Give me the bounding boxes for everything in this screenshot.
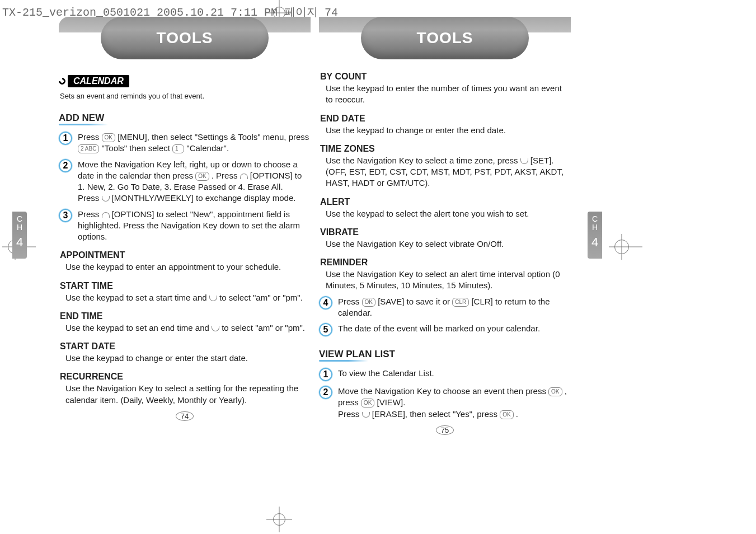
calendar-subtext: Sets an event and reminds you of that ev…: [60, 92, 311, 100]
ok-key-icon: OK: [548, 387, 562, 396]
one-key-icon: 1: [172, 144, 184, 153]
manual-page-74: TOOLS CALENDAR Sets an event and reminds…: [59, 17, 311, 421]
heading-appointment: APPOINTMENT: [60, 250, 311, 260]
heading-by-count: BY COUNT: [320, 72, 571, 82]
chapter-ribbon-right: CH 4: [588, 212, 602, 259]
calendar-heading: CALENDAR: [59, 75, 129, 87]
heading-end-date: END DATE: [320, 114, 571, 124]
page-number-74: 74: [59, 411, 311, 421]
left-softkey-icon: [212, 326, 219, 331]
left-softkey-icon: [520, 158, 528, 164]
step-1: 1 Press OK [MENU], then select "Settings…: [59, 132, 311, 154]
body-reminder: Use the Navigation Key to select an aler…: [326, 269, 569, 292]
heading-recurrence: RECURRENCE: [60, 372, 311, 382]
two-key-icon: 2 ABC: [78, 144, 99, 153]
body-recurrence: Use the Navigation Key to select a setti…: [65, 383, 308, 406]
step-2: 2 Move the Navigation Key left, right, u…: [59, 159, 311, 204]
left-softkey-icon: [102, 196, 110, 202]
body-vibrate: Use the Navigation Key to select vibrate…: [326, 238, 569, 250]
ok-key-icon: OK: [195, 172, 209, 181]
left-softkey-icon: [209, 296, 217, 301]
ok-key-icon: OK: [362, 298, 375, 307]
body-end-time: Use the keypad to set an end time and to…: [65, 322, 308, 334]
body-end-date: Use the keypad to change or enter the en…: [326, 125, 569, 136]
clr-key-icon: CLR: [452, 298, 469, 307]
right-softkey-icon: [240, 174, 248, 179]
heading-time-zones: TIME ZONES: [320, 144, 571, 154]
body-start-date: Use the keypad to change or enter the st…: [65, 353, 308, 364]
body-by-count: Use the keypad to enter the number of ti…: [326, 83, 569, 106]
registration-mark-right: [609, 234, 635, 260]
page-header: TOOLS: [319, 17, 571, 60]
heading-reminder: REMINDER: [320, 257, 571, 268]
heading-vibrate: VIBRATE: [320, 227, 571, 237]
ok-key-icon: OK: [102, 133, 115, 142]
ok-key-icon: OK: [361, 399, 374, 407]
section-view-plan-list: VIEW PLAN LIST: [319, 349, 395, 360]
body-start-time: Use the keypad to set a start time and t…: [65, 292, 308, 303]
ok-key-icon: OK: [500, 410, 513, 419]
body-appointment: Use the keypad to enter an appointment t…: [65, 261, 308, 273]
page-number-75: 75: [319, 425, 571, 435]
chapter-ribbon-left: CH 4: [12, 212, 27, 259]
step-4: 4 Press OK [SAVE] to save it or CLR [CLR…: [319, 296, 571, 319]
step-3: 3 Press [OPTIONS] to select "New", appoi…: [59, 209, 311, 243]
body-time-zones: Use the Navigation Key to select a time …: [326, 155, 569, 189]
viewplan-step-2: 2 Move the Navigation Key to choose an e…: [319, 386, 571, 420]
viewplan-step-1: 1 To view the Calendar List.: [319, 368, 571, 381]
body-alert: Use the keypad to select the alert tone …: [326, 208, 569, 219]
page-header: TOOLS: [59, 17, 311, 60]
registration-mark-bottom: [266, 507, 292, 532]
step-5: 5 The date of the event will be marked o…: [319, 323, 571, 336]
heading-end-time: END TIME: [60, 311, 311, 321]
heading-alert: ALERT: [320, 197, 571, 207]
right-softkey-icon: [102, 212, 110, 218]
heading-start-date: START DATE: [60, 341, 311, 352]
left-softkey-icon: [362, 412, 370, 418]
page-title: TOOLS: [157, 29, 213, 47]
page-title: TOOLS: [417, 29, 473, 47]
heading-start-time: START TIME: [60, 281, 311, 291]
manual-page-75: TOOLS BY COUNT Use the keypad to enter t…: [319, 17, 571, 435]
section-add-new: ADD NEW: [59, 113, 104, 124]
